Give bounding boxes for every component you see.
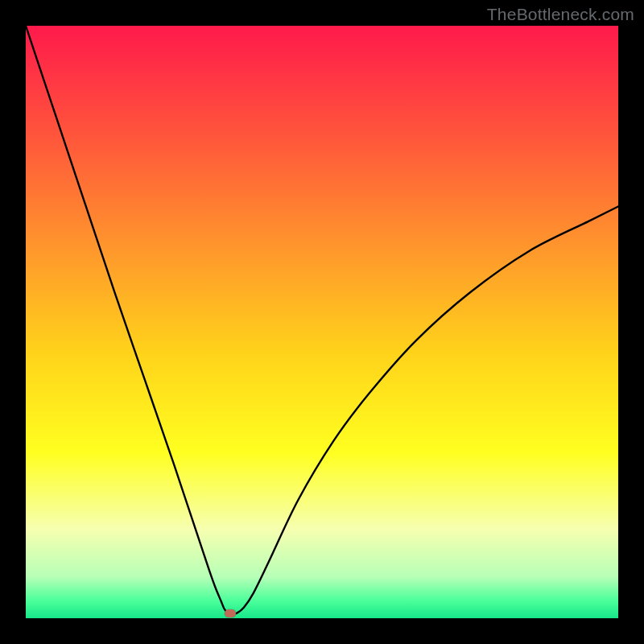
svg-rect-0 [26,26,618,618]
plot-area [26,26,618,618]
background-gradient [26,26,618,618]
optimal-point-marker [225,609,236,617]
watermark-text: TheBottleneck.com [487,5,634,24]
chart-frame: TheBottleneck.com [0,0,644,644]
